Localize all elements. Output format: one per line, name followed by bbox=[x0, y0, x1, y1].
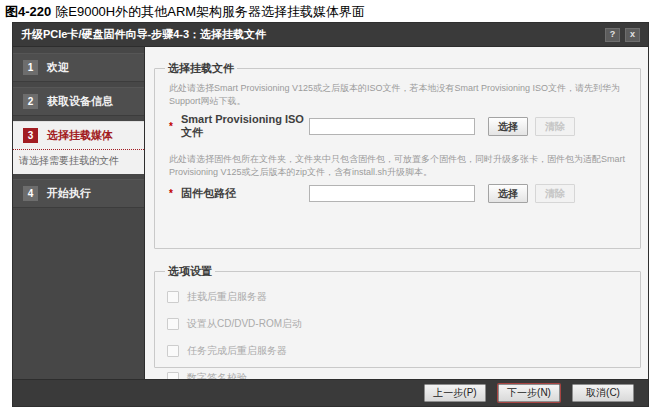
step-label: 开始执行 bbox=[47, 186, 91, 201]
step-label: 选择挂载媒体 bbox=[47, 128, 113, 143]
firmware-path-label: 固件包路径 bbox=[181, 186, 309, 201]
step-number-badge: 4 bbox=[23, 186, 38, 201]
firmware-path-row: * 固件包路径 选择 清除 bbox=[169, 184, 632, 203]
step-content-panel: 选择挂载文件 此处请选择Smart Provisioning V125或之后版本… bbox=[144, 47, 648, 379]
firmware-path-input[interactable] bbox=[309, 185, 475, 202]
step-item-select-media[interactable]: 3 选择挂载媒体 bbox=[13, 121, 144, 150]
iso-file-row: * Smart Provisioning ISO文件 选择 清除 bbox=[169, 113, 632, 140]
signature-check-checkbox[interactable] bbox=[167, 372, 179, 379]
dialog-title: 升级PCIe卡/硬盘固件向导-步骤4-3：选择挂载文件 bbox=[21, 27, 266, 42]
step-label: 获取设备信息 bbox=[47, 94, 113, 109]
restart-after-task-checkbox[interactable] bbox=[167, 345, 179, 357]
step-label: 欢迎 bbox=[47, 60, 69, 75]
firmware-clear-button[interactable]: 清除 bbox=[535, 184, 575, 203]
firmware-choose-button[interactable]: 选择 bbox=[488, 184, 528, 203]
close-icon[interactable]: x bbox=[625, 28, 640, 42]
step-number-badge: 1 bbox=[23, 60, 38, 75]
step-number-badge: 3 bbox=[23, 128, 38, 143]
step-group-device-info: 2 获取设备信息 bbox=[13, 87, 144, 116]
iso-choose-button[interactable]: 选择 bbox=[488, 117, 528, 136]
option-row-restart-after-task: 任务完成后重启服务器 bbox=[167, 344, 632, 358]
option-settings-legend: 选项设置 bbox=[165, 264, 215, 279]
step-number-badge: 2 bbox=[23, 94, 38, 109]
step-group-execute: 4 开始执行 bbox=[13, 179, 144, 208]
required-marker: * bbox=[169, 188, 181, 199]
option-row-boot-from-cd: 设置从CD/DVD-ROM启动 bbox=[167, 317, 632, 331]
option-row-signature-check: 数字签名校验 bbox=[167, 371, 632, 379]
iso-file-label: Smart Provisioning ISO文件 bbox=[181, 113, 309, 140]
iso-file-input[interactable] bbox=[309, 118, 475, 135]
boot-from-cd-checkbox[interactable] bbox=[167, 318, 179, 330]
dialog-body: 1 欢迎 2 获取设备信息 3 选择挂载媒体 请选择需要挂载的文件 bbox=[13, 47, 648, 379]
restart-after-mount-checkbox[interactable] bbox=[167, 291, 179, 303]
step-item-welcome[interactable]: 1 欢迎 bbox=[13, 53, 144, 82]
option-row-restart-after-mount: 挂载后重启服务器 bbox=[167, 290, 632, 304]
cancel-button[interactable]: 取消(C) bbox=[572, 384, 634, 402]
option-settings-section: 选项设置 挂载后重启服务器 设置从CD/DVD-ROM启动 任务完成后重启服务器… bbox=[154, 264, 641, 368]
upgrade-wizard-dialog: 升级PCIe卡/硬盘固件向导-步骤4-3：选择挂载文件 ? x 1 欢迎 2 获… bbox=[12, 22, 649, 407]
step-item-execute[interactable]: 4 开始执行 bbox=[13, 179, 144, 208]
dialog-titlebar: 升级PCIe卡/硬盘固件向导-步骤4-3：选择挂载文件 ? x bbox=[13, 23, 648, 47]
dialog-footer: 上一步(P) 下一步(N) 取消(C) bbox=[13, 379, 648, 406]
option-label: 数字签名校验 bbox=[187, 371, 247, 379]
previous-step-button[interactable]: 上一步(P) bbox=[424, 384, 486, 402]
firmware-description: 此处请选择固件包所在文件夹，文件夹中只包含固件包，可放置多个固件包，同时升级多张… bbox=[169, 153, 630, 179]
option-label: 设置从CD/DVD-ROM启动 bbox=[187, 317, 302, 331]
help-icon[interactable]: ? bbox=[605, 28, 620, 42]
step-group-select-media: 3 选择挂载媒体 请选择需要挂载的文件 bbox=[13, 121, 144, 174]
mount-file-section-legend: 选择挂载文件 bbox=[165, 61, 237, 76]
next-step-button[interactable]: 下一步(N) bbox=[498, 384, 560, 402]
step-group-welcome: 1 欢迎 bbox=[13, 53, 144, 82]
figure-title: 除E9000H外的其他ARM架构服务器选择挂载媒体界面 bbox=[55, 4, 365, 19]
option-label: 挂载后重启服务器 bbox=[187, 290, 267, 304]
option-label: 任务完成后重启服务器 bbox=[187, 344, 287, 358]
figure-caption: 图4-220除E9000H外的其他ARM架构服务器选择挂载媒体界面 bbox=[5, 3, 365, 21]
mount-file-section: 选择挂载文件 此处请选择Smart Provisioning V125或之后版本… bbox=[154, 61, 641, 249]
required-marker: * bbox=[169, 121, 181, 132]
wizard-steps-sidebar: 1 欢迎 2 获取设备信息 3 选择挂载媒体 请选择需要挂载的文件 bbox=[13, 47, 144, 379]
figure-number: 图4-220 bbox=[5, 4, 51, 19]
iso-description: 此处请选择Smart Provisioning V125或之后版本的ISO文件，… bbox=[169, 82, 630, 108]
step-sublabel: 请选择需要挂载的文件 bbox=[13, 150, 144, 174]
iso-clear-button[interactable]: 清除 bbox=[535, 117, 575, 136]
step-item-device-info[interactable]: 2 获取设备信息 bbox=[13, 87, 144, 116]
